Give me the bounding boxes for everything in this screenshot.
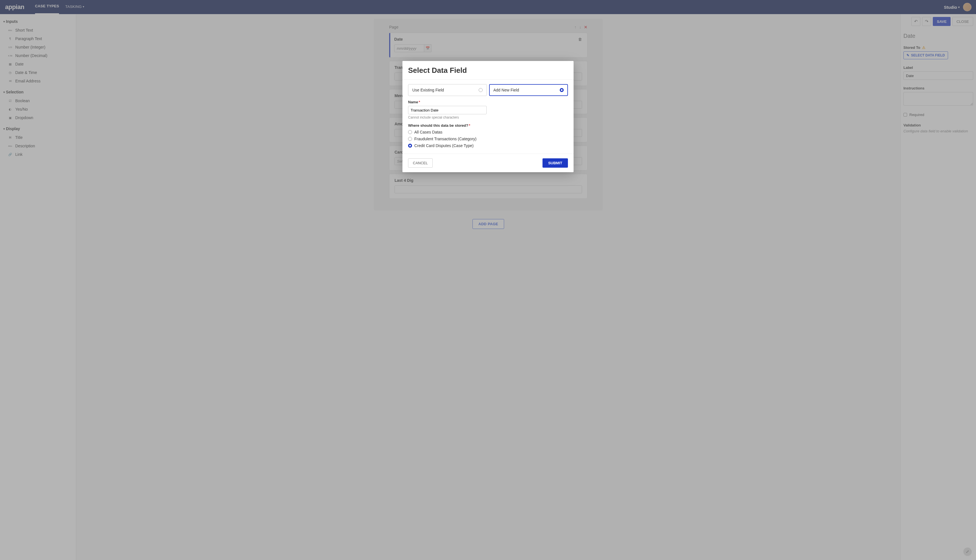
radio-credit-card-disputes[interactable]: Credit Card Disputes (Case Type): [408, 143, 568, 148]
name-label: Name: [408, 100, 418, 104]
field-mode-toggle: Use Existing Field Add New Field: [408, 84, 568, 96]
radio-label: Credit Card Disputes (Case Type): [414, 143, 474, 148]
radio-icon: [408, 144, 412, 148]
radio-icon: [408, 137, 412, 141]
name-input[interactable]: [408, 106, 487, 114]
radio-fraudulent[interactable]: Fraudulent Transactions (Category): [408, 137, 568, 141]
radio-label: All Cases Datas: [414, 130, 442, 134]
option-label: Use Existing Field: [412, 88, 444, 92]
radio-icon: [560, 88, 564, 92]
required-asterisk: *: [419, 100, 420, 104]
radio-label: Fraudulent Transactions (Category): [414, 137, 476, 141]
add-new-option[interactable]: Add New Field: [489, 84, 568, 96]
radio-icon: [408, 130, 412, 134]
modal-title: Select Data Field: [408, 66, 568, 75]
required-asterisk: *: [469, 123, 470, 128]
modal-overlay: Select Data Field Use Existing Field Add…: [0, 0, 976, 560]
use-existing-option[interactable]: Use Existing Field: [408, 84, 487, 96]
radio-icon: [479, 88, 483, 92]
storage-radio-group: All Cases Datas Fraudulent Transactions …: [408, 130, 568, 148]
cancel-button[interactable]: CANCEL: [408, 158, 433, 168]
name-help-text: Cannot include special characters: [408, 115, 568, 119]
option-label: Add New Field: [493, 88, 519, 92]
select-data-field-modal: Select Data Field Use Existing Field Add…: [402, 61, 574, 172]
where-label: Where should this data be stored?: [408, 123, 468, 128]
radio-all-cases[interactable]: All Cases Datas: [408, 130, 568, 134]
submit-button[interactable]: SUBMIT: [542, 158, 568, 168]
